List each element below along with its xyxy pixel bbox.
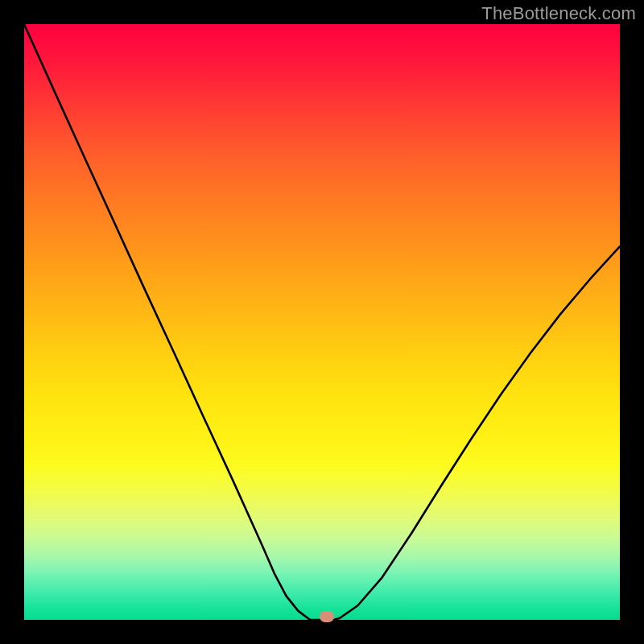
chart-frame: TheBottleneck.com — [0, 0, 644, 644]
watermark-text: TheBottleneck.com — [481, 3, 636, 24]
curve-path — [24, 24, 620, 620]
plot-area — [24, 24, 620, 620]
curve-svg — [24, 24, 620, 620]
minimum-marker — [320, 611, 334, 622]
